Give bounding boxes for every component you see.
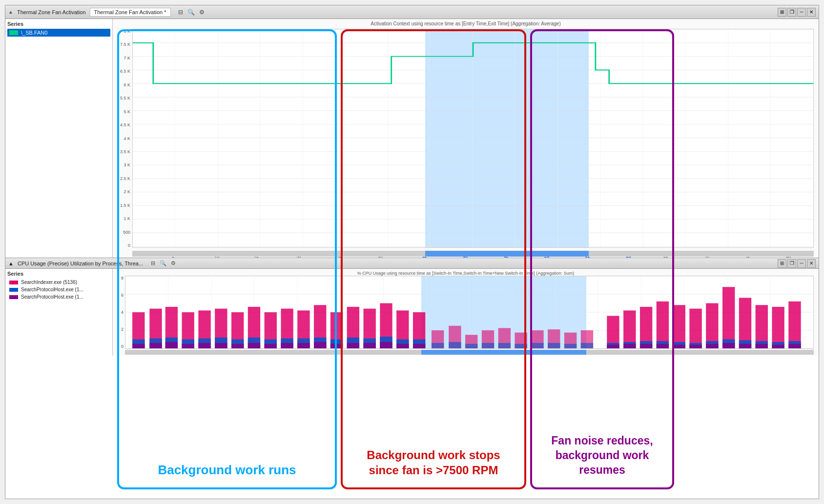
svg-rect-88: [132, 344, 144, 348]
screenshot-icon[interactable]: ⊟: [177, 8, 185, 16]
svg-rect-91: [182, 344, 194, 348]
series-label: Series: [7, 21, 110, 27]
lower-screenshot-icon[interactable]: ⊟: [151, 260, 155, 266]
upper-series-sidebar: Series \_SB.FAN0: [5, 19, 113, 258]
svg-rect-161: [788, 344, 801, 348]
upper-panel: Series \_SB.FAN0 Activation Context usin…: [5, 19, 819, 258]
lower-title-bar: ▲ CPU Usage (Precise) Utilization by Pro…: [5, 258, 819, 269]
svg-rect-93: [215, 343, 227, 348]
restore-button[interactable]: ❐: [787, 8, 796, 17]
svg-rect-130: [673, 305, 685, 348]
lower-window-controls: ⊞ ❐ ─ ✕: [778, 259, 816, 268]
toolbar-icons: ⊟ 🔍 ⚙: [177, 8, 206, 16]
y-label-4k: 4 K: [124, 136, 130, 141]
svg-rect-94: [231, 344, 244, 348]
lower-maximize-button[interactable]: ⊞: [778, 259, 786, 268]
series-name-fan0: \_SB.FAN0: [21, 30, 47, 36]
upper-chart-plot[interactable]: 5 10 15 20 25 30 35 40 45 50 55 60 65 70…: [132, 29, 814, 248]
svg-rect-131: [689, 309, 701, 348]
y-label-65k: 6.5 K: [120, 69, 130, 74]
lower-restore-button[interactable]: ❐: [787, 259, 796, 268]
svg-rect-105: [413, 344, 425, 348]
lower-series-label: Series: [7, 271, 110, 277]
svg-rect-123: [548, 343, 560, 348]
time-scrollbar[interactable]: [132, 251, 814, 257]
lower-color-2: [9, 288, 18, 292]
svg-rect-151: [623, 344, 636, 348]
lower-close-button[interactable]: ✕: [807, 259, 816, 268]
lower-scrollbar[interactable]: [125, 350, 814, 355]
svg-rect-160: [772, 345, 784, 348]
lower-wrapper: ▲ CPU Usage (Precise) Utilization by Pro…: [5, 258, 819, 356]
lower-settings-icon[interactable]: ⚙: [171, 260, 176, 266]
series-item-fan0[interactable]: \_SB.FAN0: [7, 29, 110, 37]
lower-chart-plot[interactable]: 5 10 15 20 25 30 35 40 45 50 55 60 65 70: [125, 276, 814, 349]
lower-series-name-1: SearchIndexer.exe (5136): [21, 280, 77, 285]
window-controls: ⊞ ❐ ─ ✕: [778, 8, 816, 17]
svg-rect-122: [531, 343, 543, 348]
svg-rect-99: [314, 342, 326, 348]
minimize-button[interactable]: ─: [797, 8, 806, 17]
svg-rect-96: [265, 344, 277, 348]
svg-rect-92: [198, 343, 210, 348]
svg-rect-158: [739, 344, 751, 348]
svg-rect-152: [640, 344, 652, 348]
svg-rect-104: [396, 344, 409, 348]
svg-rect-133: [722, 287, 735, 348]
lower-series-sidebar: Series SearchIndexer.exe (5136) SearchPr…: [5, 269, 113, 356]
svg-rect-116: [432, 343, 444, 348]
svg-rect-90: [165, 342, 178, 348]
upper-y-axis: 8 K 7.5 K 7 K 6.5 K 6 K 5.5 K 5 K 4.5 K …: [113, 29, 132, 248]
y-label-2k: 2 K: [124, 189, 130, 194]
svg-rect-124: [564, 344, 577, 348]
maximize-button[interactable]: ⊞: [778, 8, 786, 17]
svg-rect-101: [347, 343, 359, 348]
svg-rect-156: [706, 344, 718, 348]
lower-color-1: [9, 281, 18, 284]
lower-series-name-3: SearchProtocolHost.exe (1...: [21, 294, 83, 300]
svg-rect-117: [449, 342, 461, 348]
y-label-45k: 4.5 K: [120, 122, 130, 127]
upper-title-bar: ▲ Thermal Zone Fan Activation Thermal Zo…: [5, 5, 819, 19]
svg-rect-159: [756, 344, 768, 348]
lower-y-8: 8: [121, 276, 124, 281]
y-label-75k: 7.5 K: [120, 42, 130, 47]
lower-chart-title: % CPU Usage using resource time as [Swit…: [113, 271, 819, 276]
svg-rect-103: [380, 342, 392, 348]
y-label-15k: 1.5 K: [120, 203, 130, 208]
y-label-0: 0: [128, 243, 130, 248]
upper-chart-title: Activation Context using resource time a…: [113, 21, 819, 26]
lower-y-2: 2: [121, 327, 124, 332]
window-tab[interactable]: Thermal Zone Fan Activation *: [90, 8, 171, 17]
lower-y-6: 6: [121, 293, 124, 298]
svg-rect-89: [149, 343, 162, 348]
lower-chart-svg: [125, 276, 813, 348]
svg-rect-98: [297, 343, 309, 348]
scrollbar-selection[interactable]: [425, 251, 589, 257]
y-label-500: 500: [123, 230, 130, 235]
lower-minimize-button[interactable]: ─: [797, 259, 806, 268]
collapse-triangle[interactable]: ▲: [8, 9, 13, 15]
lower-series-item-2[interactable]: SearchProtocolHost.exe (1...: [7, 286, 110, 293]
lower-chart-area: % CPU Usage using resource time as [Swit…: [113, 269, 819, 356]
lower-series-item-1[interactable]: SearchIndexer.exe (5136): [7, 279, 110, 286]
lower-scrollbar-selection[interactable]: [421, 350, 587, 355]
lower-panel-title: CPU Usage (Precise) Utilization by Proce…: [18, 261, 143, 266]
main-window: ▲ Thermal Zone Fan Activation Thermal Zo…: [5, 5, 819, 499]
search-icon[interactable]: 🔍: [187, 8, 195, 16]
y-label-35k: 3.5 K: [120, 149, 130, 154]
svg-rect-155: [689, 345, 701, 348]
svg-rect-120: [498, 343, 511, 348]
svg-rect-102: [364, 343, 376, 348]
lower-collapse-triangle[interactable]: ▲: [8, 261, 14, 266]
svg-rect-121: [515, 344, 527, 348]
y-label-8k: 8 K: [124, 29, 130, 34]
close-button[interactable]: ✕: [807, 8, 816, 17]
svg-rect-100: [330, 344, 343, 348]
lower-series-item-3[interactable]: SearchProtocolHost.exe (1...: [7, 293, 110, 301]
svg-rect-150: [607, 345, 619, 348]
lower-search-icon[interactable]: 🔍: [160, 260, 166, 266]
settings-icon[interactable]: ⚙: [198, 8, 206, 16]
y-label-25k: 2.5 K: [120, 176, 130, 181]
lower-content: Series SearchIndexer.exe (5136) SearchPr…: [5, 269, 819, 356]
